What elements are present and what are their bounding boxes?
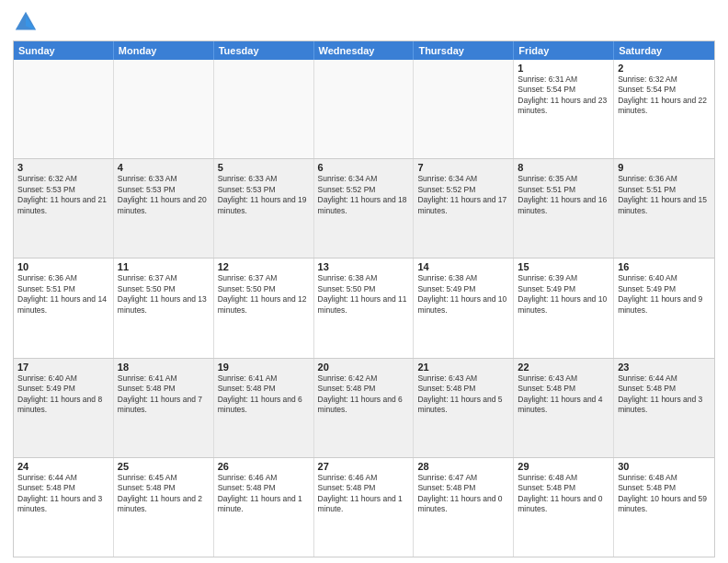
day-number: 7 [417,162,509,173]
day-info: Sunrise: 6:40 AM Sunset: 5:49 PM Dayligh… [618,273,711,316]
day-info: Sunrise: 6:39 AM Sunset: 5:49 PM Dayligh… [518,273,609,316]
day-info: Sunrise: 6:35 AM Sunset: 5:51 PM Dayligh… [518,174,609,216]
day-info: Sunrise: 6:36 AM Sunset: 5:51 PM Dayligh… [17,273,109,316]
day-info: Sunrise: 6:48 AM Sunset: 5:48 PM Dayligh… [618,473,711,515]
page: SundayMondayTuesdayWednesdayThursdayFrid… [0,0,728,563]
calendar-cell: 15Sunrise: 6:39 AM Sunset: 5:49 PM Dayli… [514,259,614,357]
day-number: 2 [618,63,711,74]
calendar-cell: 23Sunrise: 6:44 AM Sunset: 5:48 PM Dayli… [614,359,714,457]
calendar-header-sunday: Sunday [14,41,114,60]
calendar-cell: 2Sunrise: 6:32 AM Sunset: 5:54 PM Daylig… [614,60,714,158]
calendar-cell: 19Sunrise: 6:41 AM Sunset: 5:48 PM Dayli… [214,359,314,457]
calendar-cell: 13Sunrise: 6:38 AM Sunset: 5:50 PM Dayli… [314,259,415,357]
calendar-cell [114,60,214,158]
calendar-header-wednesday: Wednesday [314,41,415,60]
day-info: Sunrise: 6:36 AM Sunset: 5:51 PM Dayligh… [618,174,711,216]
calendar-cell: 24Sunrise: 6:44 AM Sunset: 5:48 PM Dayli… [14,458,114,557]
day-info: Sunrise: 6:43 AM Sunset: 5:48 PM Dayligh… [518,373,609,416]
calendar-header-friday: Friday [514,41,614,60]
header [13,9,715,35]
day-info: Sunrise: 6:46 AM Sunset: 5:48 PM Dayligh… [218,473,310,515]
calendar-cell: 10Sunrise: 6:36 AM Sunset: 5:51 PM Dayli… [14,259,114,357]
calendar-cell: 30Sunrise: 6:48 AM Sunset: 5:48 PM Dayli… [614,458,714,557]
day-number: 20 [318,362,410,373]
day-number: 26 [218,461,310,472]
calendar-cell: 14Sunrise: 6:38 AM Sunset: 5:49 PM Dayli… [414,259,514,357]
day-number: 11 [118,261,210,272]
calendar-week-0: 1Sunrise: 6:31 AM Sunset: 5:54 PM Daylig… [14,60,714,158]
day-info: Sunrise: 6:38 AM Sunset: 5:50 PM Dayligh… [318,273,410,316]
day-number: 19 [218,362,310,373]
day-number: 29 [518,461,609,472]
calendar-cell: 20Sunrise: 6:42 AM Sunset: 5:48 PM Dayli… [314,359,415,457]
calendar-header-saturday: Saturday [614,41,714,60]
day-number: 27 [318,461,410,472]
calendar-cell: 18Sunrise: 6:41 AM Sunset: 5:48 PM Dayli… [114,359,214,457]
day-number: 21 [417,362,509,373]
day-number: 22 [518,362,609,373]
day-info: Sunrise: 6:32 AM Sunset: 5:53 PM Dayligh… [17,174,109,216]
calendar-cell: 6Sunrise: 6:34 AM Sunset: 5:52 PM Daylig… [314,159,415,258]
calendar-cell [214,60,314,158]
day-number: 17 [17,362,109,373]
day-number: 4 [118,162,210,173]
day-info: Sunrise: 6:31 AM Sunset: 5:54 PM Dayligh… [518,75,609,117]
day-number: 25 [118,461,210,472]
calendar-cell: 9Sunrise: 6:36 AM Sunset: 5:51 PM Daylig… [614,159,714,258]
day-number: 9 [618,162,711,173]
calendar-cell: 27Sunrise: 6:46 AM Sunset: 5:48 PM Dayli… [314,458,415,557]
calendar-cell: 3Sunrise: 6:32 AM Sunset: 5:53 PM Daylig… [14,159,114,258]
calendar-cell [314,60,415,158]
day-info: Sunrise: 6:41 AM Sunset: 5:48 PM Dayligh… [118,373,210,416]
calendar-cell: 8Sunrise: 6:35 AM Sunset: 5:51 PM Daylig… [514,159,614,258]
calendar-header: SundayMondayTuesdayWednesdayThursdayFrid… [14,41,714,60]
calendar-cell: 29Sunrise: 6:48 AM Sunset: 5:48 PM Dayli… [514,458,614,557]
logo-icon [13,9,39,35]
day-info: Sunrise: 6:37 AM Sunset: 5:50 PM Dayligh… [218,273,310,316]
calendar-cell: 21Sunrise: 6:43 AM Sunset: 5:48 PM Dayli… [414,359,514,457]
day-info: Sunrise: 6:34 AM Sunset: 5:52 PM Dayligh… [318,174,410,216]
day-info: Sunrise: 6:37 AM Sunset: 5:50 PM Dayligh… [118,273,210,316]
day-number: 1 [518,63,609,74]
calendar-cell [14,60,114,158]
day-number: 10 [17,261,109,272]
calendar-cell: 22Sunrise: 6:43 AM Sunset: 5:48 PM Dayli… [514,359,614,457]
calendar-cell: 16Sunrise: 6:40 AM Sunset: 5:49 PM Dayli… [614,259,714,357]
day-info: Sunrise: 6:38 AM Sunset: 5:49 PM Dayligh… [417,273,509,316]
calendar-cell: 17Sunrise: 6:40 AM Sunset: 5:49 PM Dayli… [14,359,114,457]
calendar-cell: 28Sunrise: 6:47 AM Sunset: 5:48 PM Dayli… [414,458,514,557]
calendar-cell: 4Sunrise: 6:33 AM Sunset: 5:53 PM Daylig… [114,159,214,258]
logo [13,9,42,35]
day-info: Sunrise: 6:48 AM Sunset: 5:48 PM Dayligh… [518,473,609,515]
day-info: Sunrise: 6:47 AM Sunset: 5:48 PM Dayligh… [417,473,509,515]
calendar-cell: 26Sunrise: 6:46 AM Sunset: 5:48 PM Dayli… [214,458,314,557]
day-info: Sunrise: 6:44 AM Sunset: 5:48 PM Dayligh… [618,373,711,416]
calendar-cell: 7Sunrise: 6:34 AM Sunset: 5:52 PM Daylig… [414,159,514,258]
calendar-week-1: 3Sunrise: 6:32 AM Sunset: 5:53 PM Daylig… [14,158,714,258]
day-number: 15 [518,261,609,272]
calendar-header-tuesday: Tuesday [214,41,314,60]
day-number: 8 [518,162,609,173]
day-number: 14 [417,261,509,272]
day-info: Sunrise: 6:33 AM Sunset: 5:53 PM Dayligh… [218,174,310,216]
day-number: 23 [618,362,711,373]
day-number: 18 [118,362,210,373]
calendar-cell: 25Sunrise: 6:45 AM Sunset: 5:48 PM Dayli… [114,458,214,557]
day-info: Sunrise: 6:40 AM Sunset: 5:49 PM Dayligh… [17,373,109,416]
day-number: 12 [218,261,310,272]
day-info: Sunrise: 6:46 AM Sunset: 5:48 PM Dayligh… [318,473,410,515]
day-number: 24 [17,461,109,472]
day-info: Sunrise: 6:34 AM Sunset: 5:52 PM Dayligh… [417,174,509,216]
calendar-header-monday: Monday [114,41,214,60]
day-info: Sunrise: 6:33 AM Sunset: 5:53 PM Dayligh… [118,174,210,216]
calendar-body: 1Sunrise: 6:31 AM Sunset: 5:54 PM Daylig… [14,60,714,557]
day-number: 13 [318,261,410,272]
calendar-cell: 1Sunrise: 6:31 AM Sunset: 5:54 PM Daylig… [514,60,614,158]
calendar-header-thursday: Thursday [414,41,514,60]
calendar-week-3: 17Sunrise: 6:40 AM Sunset: 5:49 PM Dayli… [14,358,714,457]
calendar: SundayMondayTuesdayWednesdayThursdayFrid… [13,40,715,557]
calendar-cell: 11Sunrise: 6:37 AM Sunset: 5:50 PM Dayli… [114,259,214,357]
day-info: Sunrise: 6:45 AM Sunset: 5:48 PM Dayligh… [118,473,210,515]
day-number: 28 [417,461,509,472]
calendar-cell: 12Sunrise: 6:37 AM Sunset: 5:50 PM Dayli… [214,259,314,357]
